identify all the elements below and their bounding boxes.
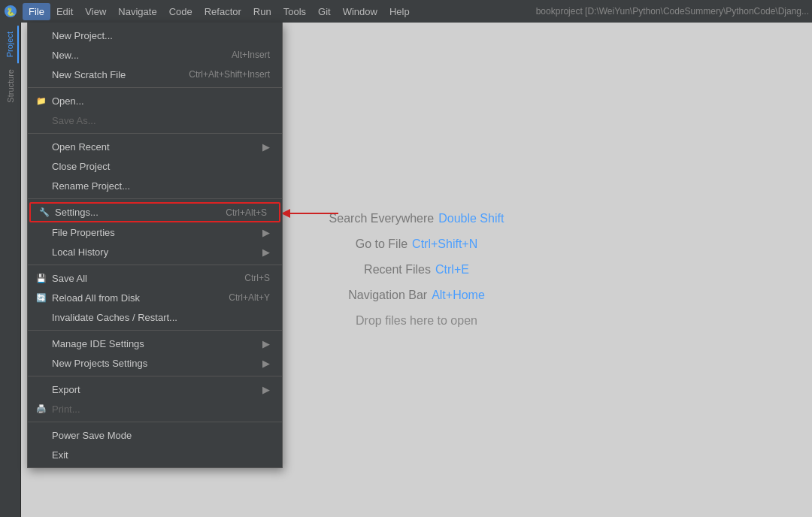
hint-navbar-label: Navigation Bar [348, 289, 427, 302]
menu-new-projects-settings-label: New Projects Settings [52, 358, 256, 369]
app-icon: 🐍 [3, 4, 18, 19]
menu-settings[interactable]: 🔧 Settings... Ctrl+Alt+S [29, 202, 280, 222]
menu-reload-all[interactable]: 🔄 Reload All from Disk Ctrl+Alt+Y [28, 288, 282, 307]
menu-rename-project-label: Rename Project... [52, 180, 270, 192]
hint-goto: Go to File Ctrl+Shift+N [356, 237, 478, 251]
menu-local-history[interactable]: Local History ▶ [28, 242, 282, 262]
sep4 [28, 265, 282, 265]
menu-invalidate-caches[interactable]: Invalidate Caches / Restart... [28, 307, 282, 327]
menu-open[interactable]: 📁 Open... [28, 91, 282, 110]
svg-text:🐍: 🐍 [6, 7, 16, 17]
menu-local-history-label: Local History [52, 246, 256, 258]
menu-file[interactable]: File [23, 3, 50, 20]
menu-close-project-label: Close Project [52, 161, 270, 172]
menu-manage-ide[interactable]: Manage IDE Settings ▶ [28, 334, 282, 353]
menu-save-as-label: Save As... [52, 115, 270, 126]
menu-new-projects-settings[interactable]: New Projects Settings ▶ [28, 353, 282, 373]
menu-refactor[interactable]: Refactor [198, 3, 247, 20]
settings-wrench-icon: 🔧 [38, 207, 50, 219]
sep3 [28, 198, 282, 199]
menu-file-properties[interactable]: File Properties ▶ [28, 222, 282, 242]
hint-goto-key: Ctrl+Shift+N [412, 237, 477, 251]
hint-navbar: Navigation Bar Alt+Home [348, 289, 485, 302]
hint-recent-label: Recent Files [364, 263, 431, 277]
menu-run[interactable]: Run [247, 3, 277, 20]
menu-navigate[interactable]: Navigate [112, 3, 162, 20]
menu-settings-shortcut: Ctrl+Alt+S [226, 207, 267, 218]
menu-new-project[interactable]: New Project... [28, 26, 282, 45]
menu-save-all-shortcut: Ctrl+S [244, 273, 270, 283]
menu-exit[interactable]: Exit [28, 445, 282, 464]
hint-search-key: Double Shift [438, 212, 504, 225]
menu-save-all-label: Save All [52, 273, 244, 284]
settings-arrow-annotation [283, 205, 339, 222]
menu-edit[interactable]: Edit [50, 3, 79, 20]
local-history-arrow-icon: ▶ [262, 246, 270, 258]
menu-power-save[interactable]: Power Save Mode [28, 425, 282, 445]
folder-icon: 📁 [35, 95, 47, 107]
menu-git[interactable]: Git [312, 3, 337, 20]
menu-invalidate-caches-label: Invalidate Caches / Restart... [52, 312, 270, 323]
sidebar-tab-project[interactable]: Project [2, 26, 19, 63]
menu-print: 🖨️ Print... [28, 399, 282, 419]
menu-power-save-label: Power Save Mode [52, 430, 270, 441]
menu-manage-ide-label: Manage IDE Settings [52, 338, 256, 349]
menu-reload-all-label: Reload All from Disk [52, 292, 229, 304]
print-icon: 🖨️ [35, 403, 47, 415]
hint-search: Search Everywhere Double Shift [329, 212, 504, 225]
menu-settings-label: Settings... [55, 207, 226, 218]
menu-export-label: Export [52, 384, 256, 395]
sep2 [28, 133, 282, 134]
new-projects-settings-arrow-icon: ▶ [262, 358, 270, 369]
menu-export[interactable]: Export ▶ [28, 379, 282, 399]
menu-file-properties-label: File Properties [52, 227, 256, 238]
file-properties-arrow-icon: ▶ [262, 227, 270, 238]
sep6 [28, 376, 282, 376]
menu-window[interactable]: Window [337, 3, 383, 20]
hint-search-label: Search Everywhere [329, 212, 435, 225]
manage-ide-arrow-icon: ▶ [262, 338, 270, 349]
menu-exit-label: Exit [52, 449, 270, 461]
menu-view[interactable]: View [79, 3, 112, 20]
menu-close-project[interactable]: Close Project [28, 156, 282, 176]
menu-new[interactable]: New... Alt+Insert [28, 45, 282, 65]
menu-open-recent-label: Open Recent [52, 141, 256, 153]
open-recent-arrow-icon: ▶ [262, 141, 270, 153]
menu-reload-all-shortcut: Ctrl+Alt+Y [229, 292, 270, 303]
menu-new-label: New... [52, 50, 232, 61]
menu-print-label: Print... [52, 404, 270, 415]
menu-new-shortcut: Alt+Insert [232, 50, 270, 60]
sidebar-tab-structure[interactable]: Structure [3, 63, 18, 109]
file-dropdown-menu: New Project... New... Alt+Insert New Scr… [27, 23, 283, 468]
menu-help[interactable]: Help [383, 3, 416, 20]
hint-recent: Recent Files Ctrl+E [364, 263, 469, 277]
export-arrow-icon: ▶ [262, 384, 270, 395]
hint-goto-label: Go to File [356, 237, 408, 251]
reload-icon: 🔄 [35, 292, 47, 304]
menu-code[interactable]: Code [163, 3, 198, 20]
main-area: Project Structure Search Everywhere Doub… [0, 23, 812, 517]
sep5 [28, 330, 282, 331]
menu-save-all[interactable]: 💾 Save All Ctrl+S [28, 268, 282, 288]
menu-rename-project[interactable]: Rename Project... [28, 176, 282, 195]
menu-open-label: Open... [52, 95, 270, 107]
menu-new-scratch[interactable]: New Scratch File Ctrl+Alt+Shift+Insert [28, 65, 282, 84]
menu-save-as: Save As... [28, 110, 282, 130]
drop-hint: Drop files here to open [356, 314, 477, 328]
hint-navbar-key: Alt+Home [432, 289, 485, 302]
menu-open-recent[interactable]: Open Recent ▶ [28, 137, 282, 156]
menu-tools[interactable]: Tools [277, 3, 312, 20]
sidebar: Project Structure [0, 23, 21, 517]
menu-new-scratch-label: New Scratch File [52, 69, 189, 80]
menu-new-project-label: New Project... [52, 30, 270, 41]
menu-new-scratch-shortcut: Ctrl+Alt+Shift+Insert [189, 69, 270, 80]
title-path: bookproject [D:\WeiYun\Python\CodeSummer… [536, 6, 809, 17]
sep7 [28, 422, 282, 422]
save-all-icon: 💾 [35, 272, 47, 284]
menubar: 🐍 File Edit View Navigate Code Refactor … [0, 0, 812, 23]
sep1 [28, 87, 282, 88]
hint-recent-key: Ctrl+E [435, 263, 469, 277]
